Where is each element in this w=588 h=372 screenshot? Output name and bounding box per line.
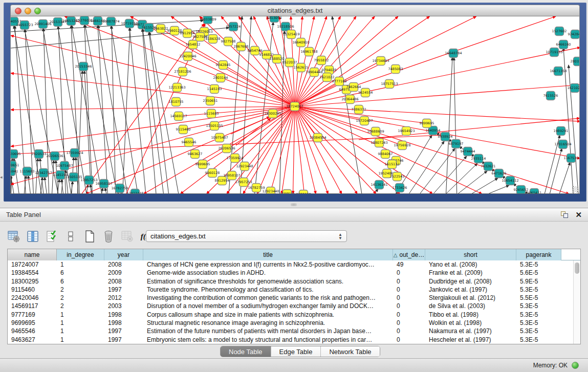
network-canvas[interactable]: 1872400723405571405572320891406201533471… (10, 16, 580, 194)
table-cell[interactable]: Investigating the contribution of common… (143, 294, 393, 302)
table-cell[interactable]: 2003 (104, 302, 143, 310)
table-cell[interactable]: 5.9E-5 (516, 277, 561, 286)
tab-node-table[interactable]: Node Table (221, 346, 271, 357)
delete-rows-button[interactable] (102, 230, 115, 243)
table-cell[interactable]: 5.3E-5 (516, 302, 561, 310)
table-row[interactable]: 1938455462009Genome-wide association stu… (8, 269, 573, 277)
table-cell[interactable]: 0 (393, 302, 425, 310)
table-cell[interactable]: 19384554 (8, 269, 57, 277)
table-cell[interactable]: Embryonic stem cells: a model to study s… (143, 336, 393, 344)
table-cell[interactable]: 0 (393, 311, 425, 319)
close-window-icon[interactable] (15, 8, 21, 14)
table-cell[interactable]: 0 (393, 319, 425, 327)
table-cell[interactable]: 5.3E-5 (516, 319, 561, 327)
table-cell[interactable]: 0 (393, 269, 425, 277)
column-header-year[interactable]: year (104, 249, 143, 260)
table-row[interactable]: 1830029562008Estimation of significance … (8, 277, 573, 286)
network-file-select[interactable]: citations_edges.txt ▲▼ (146, 230, 347, 242)
table-row[interactable]: 2242004622012Investigating the contribut… (8, 294, 573, 302)
table-cell[interactable]: Tourette syndrome. Phenomenology and cla… (143, 286, 393, 294)
table-cell[interactable]: Stergiakouli et al. (2012) (425, 294, 516, 302)
table-cell[interactable]: Estimation of the future numbers of pati… (143, 327, 393, 335)
table-row[interactable]: 946362711997Embryonic stem cells: a mode… (8, 336, 573, 344)
tab-edge-table[interactable]: Edge Table (271, 346, 321, 357)
column-header-name[interactable]: name (8, 249, 57, 260)
minimize-window-icon[interactable] (25, 8, 31, 14)
table-cell[interactable]: 1998 (104, 319, 143, 327)
table-cell[interactable]: Hescheler et al. (1997) (425, 336, 516, 344)
table-cell[interactable]: Yano et al. (2008) (425, 260, 516, 269)
table-cell[interactable]: Structural magnetic resonance image aver… (143, 319, 393, 327)
column-header-pagerank[interactable]: pagerank (516, 249, 561, 260)
column-header-out_de[interactable]: △out_de… (393, 249, 425, 260)
table-cell[interactable]: 0 (393, 327, 425, 335)
table-cell[interactable]: 14569117 (8, 302, 57, 310)
table-cell[interactable]: 18300295 (8, 277, 57, 286)
table-cell[interactable]: 1 (57, 319, 104, 327)
zoom-window-icon[interactable] (34, 8, 41, 14)
select-all-button[interactable] (45, 230, 58, 243)
column-header-short[interactable]: short (425, 249, 516, 260)
table-cell[interactable]: 9115460 (8, 286, 57, 294)
table-cell[interactable]: 5.3E-5 (516, 260, 561, 269)
table-cell[interactable]: 2 (57, 286, 104, 294)
table-cell[interactable]: de Silva et al. (2003) (425, 302, 516, 310)
table-cell[interactable]: Dudbridge et al. (2008) (425, 277, 516, 286)
column-header-title[interactable]: title (143, 249, 393, 260)
table-cell[interactable]: 2008 (104, 260, 143, 269)
table-cell[interactable]: 1 (57, 327, 104, 335)
table-cell[interactable]: 1997 (104, 336, 143, 344)
table-cell[interactable]: 49 (393, 260, 425, 269)
table-cell[interactable]: 5.3E-5 (516, 286, 561, 294)
table-cell[interactable]: 5.3E-5 (516, 327, 561, 335)
table-cell[interactable]: 22420046 (8, 294, 57, 302)
column-header-in_degree[interactable]: in_degree (57, 249, 104, 260)
table-cell[interactable]: 6 (57, 269, 104, 277)
table-cell[interactable]: Franke et al. (2009) (425, 269, 516, 277)
collapse-panel-arrow-icon[interactable]: ◂ (0, 174, 3, 180)
close-panel-icon[interactable]: ✕ (575, 211, 582, 218)
table-cell[interactable]: 2 (57, 302, 104, 310)
table-row[interactable]: 969969511998Structural magnetic resonanc… (8, 319, 573, 327)
table-cell[interactable]: 1 (57, 336, 104, 344)
float-window-icon[interactable] (561, 211, 568, 218)
table-cell[interactable]: 1 (57, 311, 104, 319)
table-cell[interactable]: 0 (393, 294, 425, 302)
resize-grip-icon[interactable] (572, 186, 578, 192)
table-cell[interactable]: 2 (57, 294, 104, 302)
table-cell[interactable]: 18724007 (8, 260, 57, 269)
table-cell[interactable]: Corpus callosum shape and size in male p… (143, 311, 393, 319)
table-cell[interactable]: Jankovic et al. (1997) (425, 286, 516, 294)
table-cell[interactable]: Estimation of significance thresholds fo… (143, 277, 393, 286)
table-cell[interactable]: 1998 (104, 311, 143, 319)
table-cell[interactable]: 9699695 (8, 319, 57, 327)
table-cell[interactable]: 6 (57, 277, 104, 286)
table-cell[interactable]: Changes of HCN gene expression and I(f) … (143, 260, 393, 269)
table-cell[interactable]: 0 (393, 286, 425, 294)
memory-status-icon[interactable] (572, 362, 579, 369)
window-titlebar[interactable]: citations_edges.txt (10, 5, 580, 16)
table-cell[interactable]: Genome-wide association studies in ADHD. (143, 269, 393, 277)
table-row[interactable]: 977716911998Corpus callosum shape and si… (8, 311, 573, 319)
table-row[interactable]: 1456911722003Disruption of a novel membe… (8, 302, 573, 310)
table-cell[interactable]: 5.3E-5 (516, 311, 561, 319)
new-table-button[interactable] (83, 230, 96, 243)
table-row[interactable]: 911546021997Tourette syndrome. Phenomeno… (8, 286, 573, 294)
table-row[interactable]: 1872400712008Changes of HCN gene express… (8, 260, 573, 269)
table-cell[interactable]: 2012 (104, 294, 143, 302)
table-scrollbar[interactable] (573, 260, 580, 344)
table-cell[interactable]: Tibbo et al. (1998) (425, 311, 516, 319)
table-cell[interactable]: 1 (57, 260, 104, 269)
splitter-handle-icon[interactable] (291, 203, 297, 206)
show-columns-button[interactable] (26, 230, 39, 243)
citation-graph[interactable]: 1872400723405571405572320891406201533471… (11, 16, 580, 194)
table-cell[interactable]: 9465546 (8, 327, 57, 335)
horizontal-splitter[interactable] (0, 202, 588, 208)
table-cell[interactable]: 2009 (104, 269, 143, 277)
table-row[interactable]: 946554611997Estimation of the future num… (8, 327, 573, 335)
table-cell[interactable]: 5.3E-5 (516, 336, 561, 344)
table-cell[interactable]: 5.5E-5 (516, 294, 561, 302)
table-cell[interactable]: 9463627 (8, 336, 57, 344)
unselect-all-button[interactable] (64, 230, 77, 243)
table-cell[interactable]: Nakamura et al. (1997) (425, 327, 516, 335)
